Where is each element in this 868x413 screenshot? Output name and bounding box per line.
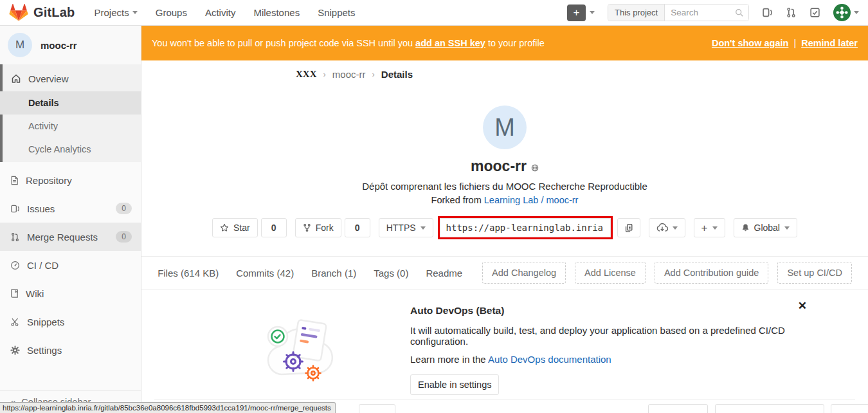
search-icon bbox=[735, 8, 744, 17]
search-scope-label: This project bbox=[608, 5, 665, 21]
readme-link[interactable]: Readme bbox=[426, 268, 462, 279]
browser-status-url: https://app-learninglab.inria.fr/gitlab/… bbox=[0, 402, 336, 413]
partial-button[interactable] bbox=[648, 404, 708, 413]
issues-icon[interactable] bbox=[762, 7, 773, 18]
brand-name: GitLab bbox=[33, 5, 75, 20]
auto-devops-callout: Auto DevOps (Beta) It will automatically… bbox=[141, 289, 868, 395]
add-contribution-guide-button[interactable]: Add Contribution guide bbox=[655, 262, 769, 284]
sidebar-project-header[interactable]: M mooc-rr bbox=[0, 26, 141, 64]
protocol-dropdown[interactable]: HTTPS bbox=[379, 218, 433, 237]
project-avatar-small: M bbox=[8, 33, 32, 57]
tags-link[interactable]: Tags (0) bbox=[374, 268, 408, 279]
partial-button[interactable] bbox=[831, 404, 868, 413]
auto-devops-doc-link[interactable]: Auto DevOps documentation bbox=[488, 354, 611, 365]
breadcrumb-project[interactable]: mooc-rr bbox=[332, 69, 366, 80]
partial-button[interactable] bbox=[359, 404, 395, 413]
nav-activity[interactable]: Activity bbox=[205, 7, 236, 18]
breadcrumb-page[interactable]: Details bbox=[381, 69, 413, 80]
partial-button[interactable] bbox=[715, 404, 824, 413]
star-button[interactable]: Star bbox=[212, 218, 258, 237]
fork-count[interactable]: 0 bbox=[345, 218, 370, 237]
sidebar-item-settings[interactable]: Settings bbox=[0, 336, 141, 364]
issues-count-badge: 0 bbox=[116, 203, 132, 214]
plus-icon: + bbox=[701, 223, 708, 234]
banner-text: You won't be able to pull or push projec… bbox=[152, 38, 545, 48]
chevron-down-icon bbox=[673, 226, 678, 230]
download-dropdown[interactable] bbox=[649, 218, 685, 237]
clipboard-icon bbox=[624, 223, 633, 233]
project-stats-row: Files (614 KB) Commits (42) Branch (1) T… bbox=[141, 257, 868, 289]
forked-from-line: Forked from Learning Lab / mooc-rr bbox=[141, 195, 868, 205]
sidebar-item-cycle-analytics[interactable]: Cycle Analytics bbox=[0, 138, 141, 161]
files-link[interactable]: Files (614 KB) bbox=[158, 268, 219, 279]
sidebar-item-overview[interactable]: Overview bbox=[0, 66, 141, 91]
set-up-ci-cd-button[interactable]: Set up CI/CD bbox=[777, 262, 851, 284]
nav-snippets[interactable]: Snippets bbox=[318, 7, 355, 18]
sidebar-item-wiki[interactable]: Wiki bbox=[0, 279, 141, 307]
add-changelog-button[interactable]: Add Changelog bbox=[482, 262, 566, 284]
public-globe-icon bbox=[531, 164, 539, 172]
fork-button[interactable]: Fork bbox=[295, 218, 341, 237]
chevron-down-icon[interactable] bbox=[590, 11, 595, 14]
merge-requests-count-badge: 0 bbox=[116, 231, 132, 243]
home-icon bbox=[10, 73, 21, 84]
sidebar-item-repository[interactable]: Repository bbox=[0, 166, 141, 194]
search-control: This project bbox=[608, 4, 749, 21]
copy-url-button[interactable] bbox=[617, 218, 640, 237]
breadcrumb-separator: › bbox=[372, 69, 375, 79]
sidebar-item-ci-cd[interactable]: CI / CD bbox=[0, 251, 141, 279]
remind-later-link[interactable]: Remind later bbox=[801, 38, 858, 48]
auto-devops-text: It will automatically build, test, and d… bbox=[410, 325, 813, 347]
breadcrumb-separator: › bbox=[323, 69, 326, 79]
book-icon bbox=[10, 289, 19, 298]
sidebar-item-details[interactable]: Details bbox=[0, 91, 141, 115]
auto-devops-learn-more: Learn more in the Auto DevOps documentat… bbox=[410, 354, 813, 365]
nav-milestones[interactable]: Milestones bbox=[253, 7, 300, 18]
branch-link[interactable]: Branch (1) bbox=[311, 268, 356, 279]
add-license-button[interactable]: Add License bbox=[575, 262, 646, 284]
merge-requests-icon[interactable] bbox=[786, 7, 797, 18]
scissors-icon bbox=[10, 317, 20, 327]
project-actions-row: Star 0 Fork 0 HTTPS bbox=[141, 216, 868, 239]
cloud-download-icon bbox=[656, 223, 668, 232]
commits-link[interactable]: Commits (42) bbox=[236, 268, 294, 279]
main-content: You won't be able to pull or push projec… bbox=[141, 26, 868, 413]
add-ssh-key-link[interactable]: add an SSH key bbox=[415, 38, 485, 48]
chevron-down-icon bbox=[712, 226, 718, 230]
auto-devops-illustration bbox=[257, 302, 344, 395]
nav-projects[interactable]: Projects bbox=[95, 7, 138, 18]
ssh-warning-banner: You won't be able to pull or push projec… bbox=[141, 26, 868, 60]
user-avatar bbox=[833, 4, 851, 21]
nav-groups[interactable]: Groups bbox=[156, 7, 187, 18]
todos-icon[interactable] bbox=[809, 7, 820, 18]
chevron-down-icon bbox=[784, 226, 790, 230]
bell-icon bbox=[741, 223, 750, 232]
star-count[interactable]: 0 bbox=[261, 218, 287, 237]
divider bbox=[154, 399, 855, 399]
user-menu[interactable] bbox=[833, 4, 859, 21]
project-description: Dépôt comprenant les fichiers du MOOC Re… bbox=[141, 181, 868, 192]
gitlab-logo[interactable]: GitLab bbox=[9, 3, 75, 22]
clone-url-input[interactable] bbox=[440, 218, 611, 237]
sidebar-item-activity[interactable]: Activity bbox=[0, 115, 141, 138]
project-avatar: M bbox=[483, 106, 527, 149]
forked-from-link[interactable]: Learning Lab / mooc-rr bbox=[484, 195, 579, 205]
red-annotation-box bbox=[438, 216, 613, 239]
breadcrumb-root[interactable]: XXX bbox=[296, 69, 317, 80]
dont-show-again-link[interactable]: Don't show again bbox=[712, 38, 788, 48]
tanuki-icon bbox=[9, 3, 28, 22]
sidebar-item-issues[interactable]: Issues 0 bbox=[0, 194, 141, 223]
notification-dropdown[interactable]: Global bbox=[734, 218, 797, 237]
top-navbar: GitLab Projects Groups Activity Mileston… bbox=[0, 0, 868, 26]
close-icon[interactable]: ✕ bbox=[798, 300, 807, 311]
new-menu-button[interactable]: + bbox=[567, 5, 586, 21]
enable-in-settings-button[interactable]: Enable in settings bbox=[410, 374, 499, 395]
breadcrumb: XXX › mooc-rr › Details bbox=[141, 60, 868, 87]
sidebar-item-snippets[interactable]: Snippets bbox=[0, 307, 141, 336]
sidebar-section-overview: Overview Details Activity Cycle Analytic… bbox=[0, 64, 141, 162]
fork-icon bbox=[303, 223, 311, 232]
project-sidebar: M mooc-rr Overview Details Activity Cycl… bbox=[0, 26, 141, 413]
add-dropdown[interactable]: + bbox=[694, 218, 725, 237]
sidebar-item-merge-requests[interactable]: Merge Requests 0 bbox=[0, 223, 141, 251]
sidebar-project-name: mooc-rr bbox=[41, 40, 77, 51]
